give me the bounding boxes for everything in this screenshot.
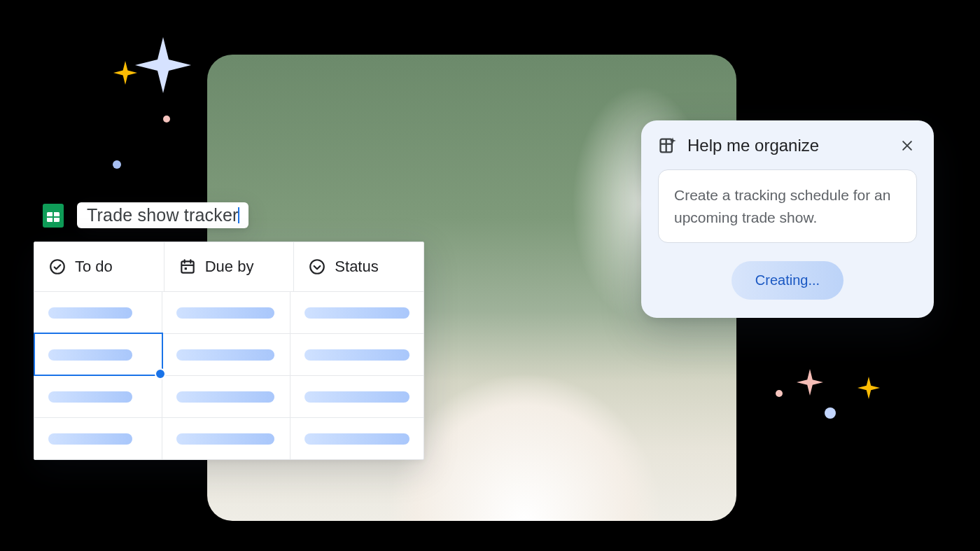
column-header-dueby[interactable]: Due by [164,242,295,291]
help-me-organize-panel: Help me organize Create a tracking sched… [641,120,934,318]
header-row: To do Due by Status [34,242,424,291]
check-circle-icon [48,258,66,276]
cell-placeholder[interactable] [162,375,290,417]
document-title-row: Trade show tracker [41,202,248,228]
decorative-dot [776,390,783,397]
google-sheets-icon [41,203,66,228]
creating-button[interactable]: Creating... [732,261,844,300]
cell-placeholder[interactable] [162,291,290,333]
chevron-circle-icon [308,258,326,276]
document-title-input[interactable]: Trade show tracker [77,202,248,228]
column-label: Due by [205,258,254,276]
decorative-dot [163,116,170,123]
decorative-dot [113,160,121,169]
svg-point-10 [311,260,325,274]
cell-placeholder[interactable] [34,291,162,333]
sparkle-icon [858,377,880,399]
cell-placeholder[interactable] [162,333,290,375]
decorative-dot [825,407,836,419]
column-header-todo[interactable]: To do [34,242,164,291]
svg-rect-5 [181,261,193,272]
organize-spark-icon [658,136,678,155]
panel-title: Help me organize [687,136,888,155]
calendar-icon [178,258,197,276]
svg-rect-9 [184,267,186,270]
cell-placeholder[interactable] [34,375,162,417]
table-row [34,291,424,333]
marketing-composite: Trade show tracker To do Due by Status [0,0,980,551]
column-header-status[interactable]: Status [294,242,424,291]
cell-placeholder[interactable] [290,417,424,459]
sparkle-icon [135,37,191,93]
spreadsheet-preview: To do Due by Status [34,242,424,460]
cell-placeholder[interactable] [162,417,290,459]
cell-placeholder[interactable] [290,333,424,375]
column-label: Status [335,258,378,276]
close-button[interactable] [897,136,917,155]
table-row [34,333,424,375]
close-icon [900,139,914,153]
table-row [34,375,424,417]
column-label: To do [75,258,113,276]
cell-placeholder[interactable] [290,375,424,417]
cell-placeholder[interactable] [290,291,424,333]
svg-point-4 [50,260,64,274]
sparkle-icon [113,61,137,85]
cell-placeholder[interactable] [34,417,162,459]
cell-placeholder[interactable] [34,333,162,375]
table-row [34,417,424,459]
sparkle-icon [797,369,823,396]
prompt-input[interactable]: Create a tracking schedule for an upcomi… [658,169,917,243]
